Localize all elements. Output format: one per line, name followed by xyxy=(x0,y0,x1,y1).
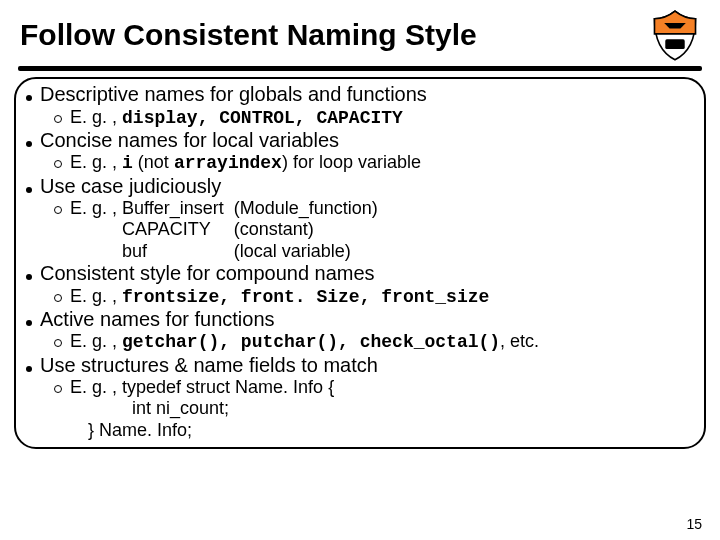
example-name: Buffer_insert xyxy=(122,198,224,219)
bullet-icon xyxy=(26,366,32,372)
example-desc: (constant) xyxy=(234,219,378,240)
bullet-text: Use case judiciously xyxy=(40,175,221,199)
struct-line: int ni_count; xyxy=(54,398,694,419)
example-desc: (Module_function) xyxy=(234,198,378,219)
code-text: getchar(), putchar(), check_octal() xyxy=(122,332,500,352)
bullet-active-names: Active names for functions xyxy=(26,308,694,332)
sub-text: E. g. , frontsize, front. Size, front_si… xyxy=(70,286,489,308)
circle-icon xyxy=(54,115,62,123)
bullet-use-case: Use case judiciously xyxy=(26,175,694,199)
svg-rect-0 xyxy=(665,39,684,49)
sub-text: E. g. , typedef struct Name. Info { xyxy=(70,377,334,398)
bullet-compound-names: Consistent style for compound names xyxy=(26,262,694,286)
slide-title: Follow Consistent Naming Style xyxy=(14,18,477,52)
bullet-text: Consistent style for compound names xyxy=(40,262,375,286)
code-text: i xyxy=(122,153,133,173)
bullet-concise-names: Concise names for local variables xyxy=(26,129,694,153)
circle-icon xyxy=(54,294,62,302)
eg-prefix: E. g. , xyxy=(70,331,122,351)
sub-bullet: E. g. , i (not arrayindex) for loop vari… xyxy=(26,152,694,174)
example-desc: (local variable) xyxy=(234,241,378,262)
bullet-text: Use structures & name fields to match xyxy=(40,354,378,378)
bullet-descriptive-names: Descriptive names for globals and functi… xyxy=(26,83,694,107)
eg-prefix: E. g. , xyxy=(70,377,122,397)
circle-icon xyxy=(54,385,62,393)
sub-text: E. g. , display, CONTROL, CAPACITY xyxy=(70,107,403,129)
bullet-icon xyxy=(26,320,32,326)
circle-icon xyxy=(54,339,62,347)
princeton-shield-icon xyxy=(648,8,702,62)
title-row: Follow Consistent Naming Style xyxy=(14,8,706,64)
example-name: buf xyxy=(122,241,224,262)
page-number: 15 xyxy=(686,516,702,532)
eg-prefix: E. g. , xyxy=(70,198,122,218)
content-box: Descriptive names for globals and functi… xyxy=(14,77,706,449)
sub-bullet: E. g. , Buffer_insert CAPACITY buf (Modu… xyxy=(26,198,694,262)
code-text: display, CONTROL, CAPACITY xyxy=(122,108,403,128)
sub-text: E. g. , getchar(), putchar(), check_octa… xyxy=(70,331,539,353)
bullet-icon xyxy=(26,187,32,193)
struct-line: typedef struct Name. Info { xyxy=(122,377,334,397)
slide: Follow Consistent Naming Style Descripti… xyxy=(0,0,720,540)
eg-prefix: E. g. , xyxy=(70,152,122,172)
sub-bullet: E. g. , getchar(), putchar(), check_octa… xyxy=(26,331,694,353)
bullet-text: Concise names for local variables xyxy=(40,129,339,153)
plain-text: ) for loop variable xyxy=(282,152,421,172)
plain-text: , etc. xyxy=(500,331,539,351)
bullet-icon xyxy=(26,274,32,280)
bullet-icon xyxy=(26,141,32,147)
bullet-structures: Use structures & name fields to match xyxy=(26,354,694,378)
sub-text: E. g. , i (not arrayindex) for loop vari… xyxy=(70,152,421,174)
bullet-icon xyxy=(26,95,32,101)
circle-icon xyxy=(54,160,62,168)
sub-bullet: E. g. , frontsize, front. Size, front_si… xyxy=(26,286,694,308)
sub-bullet: E. g. , typedef struct Name. Info { int … xyxy=(26,377,694,441)
struct-line: } Name. Info; xyxy=(88,420,192,441)
example-name: CAPACITY xyxy=(122,219,224,240)
bullet-text: Descriptive names for globals and functi… xyxy=(40,83,427,107)
code-text: frontsize, front. Size, front_size xyxy=(122,287,489,307)
bullet-text: Active names for functions xyxy=(40,308,275,332)
code-text: arrayindex xyxy=(174,153,282,173)
eg-prefix: E. g. , xyxy=(70,286,122,306)
title-underline xyxy=(18,66,702,71)
sub-bullet: E. g. , display, CONTROL, CAPACITY xyxy=(26,107,694,129)
sub-text: E. g. , Buffer_insert CAPACITY buf (Modu… xyxy=(70,198,378,262)
plain-text: (not xyxy=(133,152,174,172)
circle-icon xyxy=(54,206,62,214)
eg-prefix: E. g. , xyxy=(70,107,122,127)
